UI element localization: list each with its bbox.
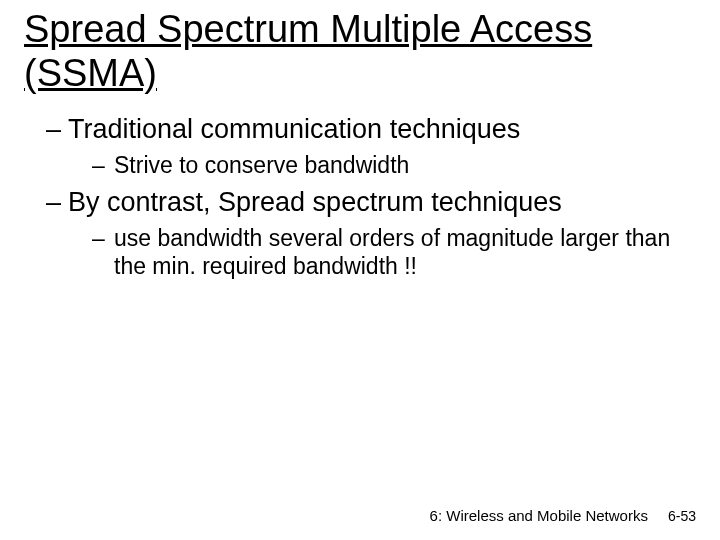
bullet-text: use bandwidth several orders of magnitud… (114, 225, 670, 280)
slide-title: Spread Spectrum Multiple Access (SSMA) (24, 8, 696, 95)
footer-chapter: 6: Wireless and Mobile Networks (430, 507, 648, 524)
bullet-level1: –Traditional communication techniques (24, 113, 696, 147)
bullet-level2: –use bandwidth several orders of magnitu… (24, 224, 696, 282)
footer-page-number: 6-53 (668, 508, 696, 524)
dash-icon: – (46, 186, 68, 220)
dash-icon: – (92, 151, 114, 180)
bullet-level2: –Strive to conserve bandwidth (24, 151, 696, 180)
bullet-text: By contrast, Spread spectrum techniques (68, 187, 562, 217)
bullet-level1: –By contrast, Spread spectrum techniques (24, 186, 696, 220)
dash-icon: – (92, 224, 114, 253)
bullet-text: Strive to conserve bandwidth (114, 152, 409, 178)
slide-footer: 6: Wireless and Mobile Networks 6-53 (430, 507, 696, 524)
bullet-text: Traditional communication techniques (68, 114, 520, 144)
slide: Spread Spectrum Multiple Access (SSMA) –… (0, 0, 720, 540)
dash-icon: – (46, 113, 68, 147)
